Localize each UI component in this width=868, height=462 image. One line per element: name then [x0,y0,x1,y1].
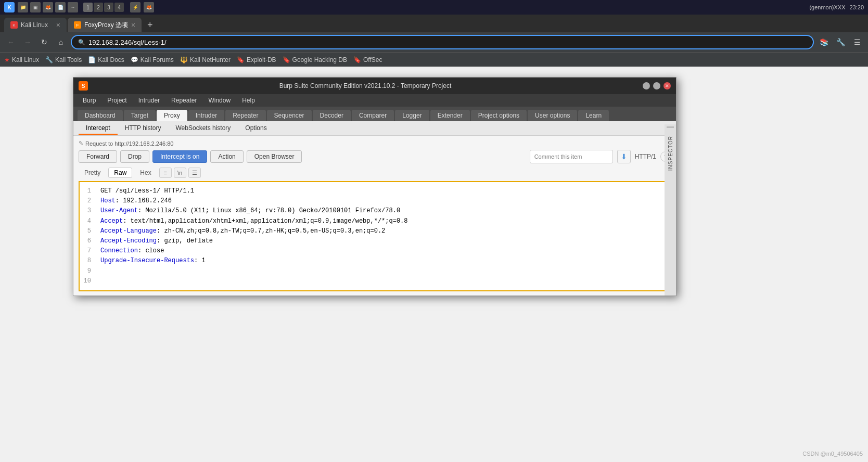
open-browser-button[interactable]: Open Browser [247,150,302,163]
proxy-content: Intercept HTTP history WebSockets histor… [73,121,676,296]
nav-bookmarks-button[interactable]: 📚 [817,35,831,49]
window-minimize-button[interactable] [643,82,650,89]
highlight-button[interactable]: ⬇ [617,150,631,163]
bookmark-google-hacking[interactable]: 🔖 Google Hacking DB [283,56,347,63]
nav-reload-button[interactable]: ↻ [37,35,51,49]
tab-close-kali[interactable]: × [56,21,60,29]
tab-intruder[interactable]: Intruder [188,110,224,121]
format-tab-pretty[interactable]: Pretty [79,168,106,178]
browser-content: Welcome to Kali Linux S Burp Suite Commu… [0,67,868,462]
workspace-1[interactable]: 1 [83,3,93,12]
window-close-button[interactable]: ✕ [663,82,671,89]
bookmark-nethunter[interactable]: 🔱 Kali NetHunter [180,56,231,63]
firefox-icon[interactable]: 🦊 [144,2,154,12]
subtab-intercept[interactable]: Intercept [79,122,118,135]
workspace-3[interactable]: 3 [104,3,113,12]
tab-project-options[interactable]: Project options [471,110,527,121]
inspector-panel: INSPECTOR [665,124,676,296]
window-controls: ✕ [643,82,671,89]
tab-repeater[interactable]: Repeater [225,110,265,121]
tab-comparer[interactable]: Comparer [352,110,394,121]
nav-back-button[interactable]: ← [4,35,18,49]
http-version-label: HTTP/1 [635,153,656,160]
address-bar[interactable]: 🔍 192.168.2.246/sql/Less-1/ [71,35,814,49]
burp-main-tabs: Dashboard Target Proxy Intruder Repeater… [73,107,676,121]
tab-decoder[interactable]: Decoder [313,110,351,121]
tab-proxy[interactable]: Proxy [157,110,187,121]
bookmark-label-exploit: Exploit-DB [247,56,276,63]
drop-button[interactable]: Drop [120,150,149,163]
format-tab-raw[interactable]: Raw [108,168,132,178]
workspace-2[interactable]: 2 [94,3,103,12]
terminal-icon[interactable]: ▣ [30,2,41,12]
nav-forward-button[interactable]: → [21,35,34,49]
tab-sequencer[interactable]: Sequencer [267,110,312,121]
nav-home-button[interactable]: ⌂ [54,35,68,49]
tab-extender[interactable]: Extender [430,110,470,121]
intercept-on-button[interactable]: Intercept is on [152,150,207,163]
tab-kali-linux[interactable]: K Kali Linux × [4,18,67,32]
menu-burp[interactable]: Burp [78,96,101,105]
tab-foxyproxy[interactable]: F FoxyProxy 选项 × [68,18,142,32]
proxy-subtabs: Intercept HTTP history WebSockets histor… [73,121,676,136]
intercept-area: ✎ Request to http://192.168.2.246:80 For… [73,136,676,296]
burp-suite-window: S Burp Suite Community Edition v2021.10.… [73,77,676,296]
bookmarks-bar: ★ Kali Linux 🔧 Kali Tools 📄 Kali Docs 💬 … [0,52,868,67]
bookmark-exploit-db[interactable]: 🔖 Exploit-DB [237,56,276,63]
kali-main-icon[interactable]: K [4,2,15,12]
bookmark-label-forums: Kali Forums [141,56,174,63]
line-numbers: 12345 678910 [80,186,95,286]
tab-user-options[interactable]: User options [528,110,577,121]
address-text: 192.168.2.246/sql/Less-1/ [88,38,167,46]
tab-favicon-foxy: F [74,21,81,29]
subtab-websockets-history[interactable]: WebSockets history [169,122,238,135]
bookmark-kali-docs[interactable]: 📄 Kali Docs [88,56,124,63]
bookmark-kali-tools[interactable]: 🔧 Kali Tools [45,56,82,63]
tab-new-button[interactable]: + [143,18,157,32]
files-icon[interactable]: 📁 [18,2,28,12]
bolt-icon[interactable]: ⚡ [130,2,141,12]
nav-extensions-button[interactable]: 🔧 [834,35,847,49]
taskbar-user: (genmon)XXX [809,4,845,10]
format-tab-hex[interactable]: Hex [134,168,157,178]
forward-button[interactable]: Forward [79,150,117,163]
browser-icon[interactable]: 🦊 [43,2,53,12]
bookmark-icon-offsec: 🔖 [353,56,361,63]
bookmark-label-nethunter: Kali NetHunter [190,56,231,63]
request-editor[interactable]: 12345 678910 GET /sql/Less-1/ HTTP/1.1 H… [79,181,671,291]
menu-window[interactable]: Window [203,96,236,105]
burp-titlebar: S Burp Suite Community Edition v2021.10.… [73,78,676,94]
tab-close-foxy[interactable]: × [131,21,135,29]
subtab-options[interactable]: Options [238,122,274,135]
request-line-4: Accept: text/html,application/xhtml+xml,… [100,216,408,226]
nav-menu-button[interactable]: ☰ [850,35,864,49]
format-newline-button[interactable]: \n [174,168,186,178]
app-icons: 📁 ▣ 🦊 📄 → [18,2,78,12]
request-line-2: Host: 192.168.2.246 [100,196,408,206]
action-button[interactable]: Action [210,150,243,163]
os-taskbar: K 📁 ▣ 🦊 📄 → 1 2 3 4 ⚡ 🦊 (genmon)XXX 23:2… [0,0,868,15]
menu-help[interactable]: Help [237,96,260,105]
request-line-8: Upgrade-Insecure-Requests: 1 [100,256,408,266]
window-maximize-button[interactable] [653,82,660,89]
menu-intruder[interactable]: Intruder [133,96,165,105]
comment-input[interactable] [530,150,613,163]
menu-repeater[interactable]: Repeater [166,96,202,105]
subtab-http-history[interactable]: HTTP history [118,122,169,135]
pencil-icon: ✎ [79,140,83,147]
bookmark-kali-forums[interactable]: 💬 Kali Forums [131,56,174,63]
tab-logger[interactable]: Logger [395,110,429,121]
format-list-button[interactable]: ☰ [188,168,201,178]
bookmark-offsec[interactable]: 🔖 OffSec [353,56,382,63]
burp-title: Burp Suite Community Edition v2021.10.2 … [92,82,639,89]
tab-learn[interactable]: Learn [578,110,609,121]
tab-target[interactable]: Target [124,110,156,121]
format-wrap-button[interactable]: ≡ [159,168,172,178]
tab-dashboard[interactable]: Dashboard [78,110,123,121]
files2-icon[interactable]: 📄 [55,2,66,12]
request-line-7: Connection: close [100,246,408,256]
workspace-4[interactable]: 4 [114,3,124,12]
arrow-icon[interactable]: → [68,2,78,12]
bookmark-kali-linux[interactable]: ★ Kali Linux [4,56,39,63]
menu-project[interactable]: Project [102,96,132,105]
